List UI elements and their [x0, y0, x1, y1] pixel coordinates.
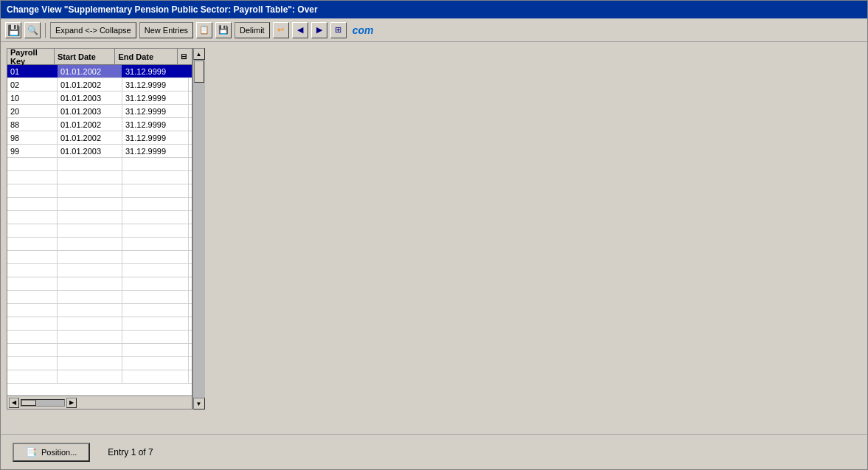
cell-end-date: 31.12.9999 [122, 145, 189, 157]
toolbar-sep-1 [45, 23, 46, 38]
position-button[interactable]: 📑 Position... [13, 443, 90, 462]
col-header-end-date: End Date [115, 49, 177, 64]
cell-start-date: 01.01.2003 [58, 105, 122, 117]
cell-payroll-key: 88 [7, 118, 58, 131]
cell-start-date: 01.01.2002 [58, 118, 122, 131]
empty-row [7, 251, 192, 264]
table-body: 01 01.01.2002 31.12.9999 02 01.01.2002 3… [7, 65, 192, 395]
empty-row [7, 224, 192, 238]
expand-collapse-label: Expand <-> Collapse [55, 26, 131, 35]
v-scroll-thumb[interactable] [194, 61, 204, 83]
entry-info: Entry 1 of 7 [108, 447, 153, 457]
title-bar: Change View "Supplementary Pension Publi… [1, 1, 867, 18]
col-header-payroll-key: Payroll Key [7, 49, 55, 64]
table-main: Payroll Key Start Date End Date ⊟ [7, 48, 192, 409]
position-button-label: Position... [41, 448, 77, 457]
position-icon: 📑 [26, 447, 37, 457]
table-row[interactable]: 10 01.01.2003 31.12.9999 [7, 91, 192, 105]
v-scroll-track[interactable] [193, 60, 205, 398]
content-area: Payroll Key Start Date End Date ⊟ [1, 42, 867, 434]
horizontal-scrollbar[interactable]: ◀ ▶ [7, 395, 192, 409]
scroll-up-button[interactable]: ▲ [193, 48, 205, 60]
empty-row [7, 211, 192, 224]
cell-payroll-key: 98 [7, 131, 58, 144]
table-row[interactable]: 02 01.01.2002 31.12.9999 [7, 78, 192, 91]
cell-payroll-key: 99 [7, 145, 58, 157]
cell-end-date: 31.12.9999 [122, 91, 189, 104]
empty-row [7, 277, 192, 291]
empty-row [7, 158, 192, 171]
empty-row [7, 171, 192, 184]
scroll-down-button[interactable]: ▼ [193, 398, 205, 409]
undo-icon: ↩ [277, 25, 284, 35]
empty-row [7, 264, 192, 277]
toolbar: 💾 🔍 Expand <-> Collapse New Entries 📋 💾 … [1, 18, 867, 42]
window-title: Change View "Supplementary Pension Publi… [7, 4, 318, 15]
empty-row [7, 238, 192, 251]
empty-row [7, 344, 192, 357]
vertical-scrollbar[interactable]: ▲ ▼ [192, 48, 204, 409]
cell-end-date: 31.12.9999 [122, 131, 189, 144]
copy-button[interactable]: 📋 [196, 22, 212, 38]
new-entries-button[interactable]: New Entries [139, 22, 193, 38]
save-icon: 💾 [7, 24, 20, 36]
scroll-left-button[interactable]: ◀ [9, 398, 19, 408]
empty-row [7, 198, 192, 211]
h-scroll-track[interactable] [21, 399, 65, 407]
delimit-button[interactable]: Delimit [235, 22, 270, 38]
prev-icon: ◀ [297, 25, 303, 35]
cell-payroll-key: 01 [7, 65, 58, 77]
sap-logo: com [353, 24, 374, 36]
h-scroll-thumb[interactable] [21, 400, 36, 406]
next-button[interactable]: ▶ [311, 22, 327, 38]
empty-row [7, 304, 192, 317]
undo-button[interactable]: ↩ [273, 22, 289, 38]
table-row[interactable]: 98 01.01.2002 31.12.9999 [7, 131, 192, 145]
cell-start-date: 01.01.2002 [58, 131, 122, 144]
table-wrapper: Payroll Key Start Date End Date ⊟ [7, 48, 204, 409]
find-icon: 🔍 [27, 25, 38, 35]
cell-start-date: 01.01.2002 [58, 78, 122, 91]
cell-start-date: 01.01.2003 [58, 91, 122, 104]
prev-button[interactable]: ◀ [292, 22, 308, 38]
table-row[interactable]: 20 01.01.2003 31.12.9999 [7, 105, 192, 118]
cell-payroll-key: 10 [7, 91, 58, 104]
cell-end-date: 31.12.9999 [122, 65, 189, 77]
save2-icon: 💾 [218, 25, 229, 35]
table-header-row: Payroll Key Start Date End Date ⊟ [7, 49, 192, 65]
col-header-start-date: Start Date [55, 49, 116, 64]
column-settings-icon[interactable]: ⊟ [181, 52, 187, 61]
cell-start-date: 01.01.2002 [58, 65, 122, 77]
cell-start-date: 01.01.2003 [58, 145, 122, 157]
find-button[interactable]: 🔍 [24, 22, 41, 38]
empty-row [7, 291, 192, 304]
table-row[interactable]: 99 01.01.2003 31.12.9999 [7, 145, 192, 158]
empty-row [7, 370, 192, 384]
col-header-icon[interactable]: ⊟ [178, 49, 192, 64]
empty-row [7, 357, 192, 370]
scroll-right-button[interactable]: ▶ [66, 398, 77, 408]
empty-row [7, 184, 192, 198]
cell-end-date: 31.12.9999 [122, 105, 189, 117]
table-row[interactable]: 01 01.01.2002 31.12.9999 [7, 65, 192, 78]
select-button[interactable]: ⊞ [330, 22, 347, 38]
empty-row [7, 317, 192, 331]
cell-payroll-key: 02 [7, 78, 58, 91]
next-icon: ▶ [316, 25, 322, 35]
new-entries-label: New Entries [145, 26, 188, 35]
main-window: Change View "Supplementary Pension Publi… [0, 0, 868, 470]
cell-payroll-key: 20 [7, 105, 58, 117]
delimit-label: Delimit [240, 26, 265, 35]
table-row[interactable]: 88 01.01.2002 31.12.9999 [7, 118, 192, 131]
cell-end-date: 31.12.9999 [122, 78, 189, 91]
cell-end-date: 31.12.9999 [122, 118, 189, 131]
expand-collapse-button[interactable]: Expand <-> Collapse [50, 22, 136, 38]
save-button[interactable]: 💾 [5, 22, 21, 38]
footer: 📑 Position... Entry 1 of 7 [1, 434, 867, 469]
select-icon: ⊞ [335, 25, 341, 35]
empty-row [7, 331, 192, 344]
save2-button[interactable]: 💾 [215, 22, 232, 38]
copy-icon: 📋 [199, 25, 209, 35]
